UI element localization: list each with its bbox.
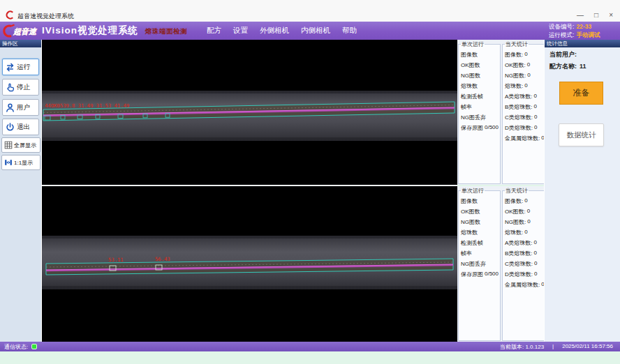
stat-label: B类熔珠数: (505, 103, 533, 111)
stat-label: C类熔珠数: (505, 260, 533, 268)
minimize-button[interactable]: — (577, 10, 584, 20)
camera-view-area: 44OK0539.8 31.49 31.53 41.49 (42, 40, 457, 342)
window-title: 超音速视觉处理系统 (17, 12, 74, 21)
stat-value: 0 (534, 271, 537, 278)
stat-value: 0 (534, 239, 537, 247)
stats-panel-inner: 单次运行 图像数 OK图数 NG图数 熔珠数 检测丢帧 帧率 NG图丢弃 保存原… (457, 186, 544, 342)
power-icon (5, 122, 15, 132)
fullscreen-button[interactable]: 全屏显示 (1, 137, 40, 153)
outer-camera-view[interactable]: 44OK0539.8 31.49 31.53 41.49 (42, 40, 457, 185)
stat-label: 熔珠数 (461, 82, 478, 90)
stat-row: D类熔珠数:0 (505, 124, 545, 132)
stat-row: NG图数:0 (505, 72, 545, 79)
stat-label: NG图数: (505, 72, 526, 79)
fullscreen-grid-icon (4, 141, 13, 149)
measurement-annotation: 56.43 (155, 256, 170, 262)
stat-row: 帧率 (461, 103, 499, 111)
stat-label: OK图数 (461, 61, 480, 69)
stat-value: 0 (534, 114, 537, 121)
stat-label: NG图数 (461, 72, 480, 79)
app-header: 超音速 IVision视觉处理系统 熔珠端面检测 配方 设置 外侧相机 内侧相机… (0, 22, 620, 40)
single-run-title: 单次运行 (461, 40, 485, 48)
stat-row: 检测丢帧 (461, 239, 499, 247)
stat-value: 0/500 (485, 271, 499, 278)
stat-label: 图像数: (505, 51, 523, 59)
stat-row: A类熔珠数:0 (505, 239, 545, 247)
stop-button[interactable]: 停止 (2, 79, 39, 96)
device-info: 设备编号:22-33 运行模式:手动调试 (549, 23, 600, 39)
stat-row: B类熔珠数:0 (505, 250, 545, 257)
stat-label: OK图数: (505, 61, 526, 69)
stat-label: NG图数 (461, 218, 480, 226)
main-menu: 配方 设置 外侧相机 内侧相机 帮助 (207, 22, 357, 40)
one-to-one-button-label: 1:1显示 (14, 159, 33, 167)
today-stats-group: 当天统计 图像数:0 OK图数:0 NG图数:0 熔珠数:0 A类熔珠数:0 B… (502, 187, 547, 341)
stop-button-label: 停止 (17, 83, 30, 92)
stat-row: 图像数:0 (505, 51, 545, 59)
stat-label: 熔珠数: (505, 229, 523, 236)
menu-outer-camera[interactable]: 外侧相机 (260, 26, 289, 36)
data-statistics-button[interactable]: 数据统计 (559, 123, 604, 146)
stat-label: 检测丢帧 (461, 93, 483, 100)
menu-recipe[interactable]: 配方 (207, 26, 221, 36)
stat-row: 图像数 (461, 51, 499, 59)
stop-hand-icon (5, 82, 15, 93)
inner-camera-image: 53.11 56.43 (42, 186, 457, 342)
stat-label: 保存原图 (461, 124, 483, 132)
user-button-label: 用户 (17, 103, 30, 112)
one-to-one-button[interactable]: 1:1显示 (1, 155, 40, 170)
stat-row: 保存原图0/500 (461, 124, 499, 132)
stat-label: 图像数: (505, 197, 523, 205)
menu-inner-camera[interactable]: 内侧相机 (301, 26, 330, 36)
status-separator: | (552, 343, 554, 351)
stat-row: NG图数:0 (505, 218, 545, 226)
exit-button[interactable]: 退出 (2, 119, 39, 135)
stat-label: 保存原图 (461, 271, 483, 278)
stat-label: 金属屑熔珠数: (505, 135, 540, 142)
operation-area-header: 操作区 (0, 40, 41, 47)
stat-value: 0 (524, 82, 527, 90)
maximize-button[interactable]: □ (594, 10, 598, 20)
single-run-group: 单次运行 图像数 OK图数 NG图数 熔珠数 检测丢帧 帧率 NG图丢弃 保存原… (458, 40, 501, 184)
stat-value: 0 (534, 93, 537, 100)
stat-label: OK图数: (505, 208, 526, 215)
app-subtitle: 熔珠端面检测 (145, 27, 187, 36)
recipe-name-value: 11 (580, 63, 586, 70)
window-controls: — □ × (577, 10, 613, 20)
menu-settings[interactable]: 设置 (233, 26, 248, 36)
close-button[interactable]: × (609, 10, 613, 20)
recipe-name-row: 配方名称:11 (549, 62, 620, 71)
today-stats-title: 当天统计 (505, 187, 529, 195)
stat-row: OK图数 (461, 208, 499, 215)
current-user-label: 当前用户: (549, 51, 577, 58)
stat-row: 熔珠数 (461, 229, 499, 236)
user-button[interactable]: 用户 (2, 99, 39, 116)
stat-value: 0 (527, 72, 530, 79)
stat-value: 0 (527, 218, 530, 226)
stats-panel-outer: 单次运行 图像数 OK图数 NG图数 熔珠数 检测丢帧 帧率 NG图丢弃 保存原… (457, 40, 544, 185)
today-stats-title: 当天统计 (505, 40, 529, 48)
stat-value: 0/500 (485, 124, 499, 132)
stat-label: D类熔珠数: (505, 271, 533, 278)
stat-label: D类熔珠数: (505, 124, 533, 132)
stat-label: NG图丢弃 (461, 260, 486, 268)
stat-row: NG图数 (461, 72, 499, 79)
inner-camera-view[interactable]: 53.11 56.43 (42, 186, 457, 342)
stat-label: 检测丢帧 (461, 239, 483, 247)
stat-label: NG图丢弃 (461, 114, 486, 121)
single-run-title: 单次运行 (461, 187, 485, 195)
status-bar: 通信状态: 当前版本: 1.0.123 | 2025/02/11 16:57:5… (0, 342, 620, 351)
prepare-button[interactable]: 准备 (559, 82, 603, 105)
run-button[interactable]: 运行 (2, 59, 39, 75)
window-titlebar: 超音速视觉处理系统 — □ × (0, 0, 620, 22)
stat-label: B类熔珠数: (505, 250, 533, 257)
stat-label: 帧率 (461, 103, 472, 111)
device-number-label: 设备编号: (549, 23, 574, 30)
menu-help[interactable]: 帮助 (342, 26, 357, 36)
device-number-value: 22-33 (576, 23, 591, 30)
stat-label: OK图数 (461, 208, 480, 215)
stat-value: 0 (534, 124, 537, 132)
version-label: 当前版本: (500, 344, 524, 350)
stat-row: 熔珠数:0 (505, 82, 545, 90)
stat-value: 0 (534, 103, 537, 111)
